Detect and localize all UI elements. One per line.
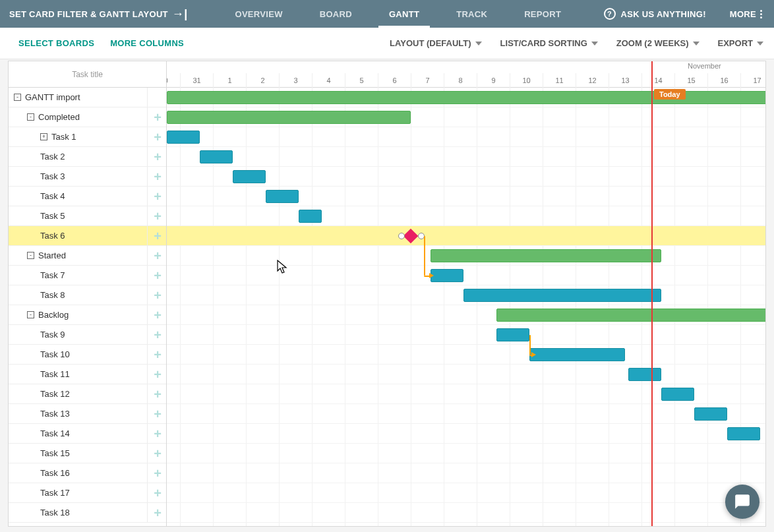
expand-icon[interactable]: +	[40, 133, 47, 140]
gantt-bar[interactable]	[200, 150, 233, 163]
gantt-bar[interactable]	[529, 348, 625, 361]
add-task-icon[interactable]: +	[152, 270, 164, 281]
chart-row	[167, 503, 765, 523]
task-row[interactable]: Task 8+	[9, 285, 166, 305]
task-label: Task 1	[51, 132, 76, 142]
add-task-icon[interactable]: +	[152, 487, 164, 499]
gantt-bar[interactable]	[431, 249, 661, 262]
zoom-dropdown[interactable]: ZOOM (2 WEEKS)	[616, 38, 700, 48]
add-task-icon[interactable]: +	[152, 230, 164, 242]
task-row[interactable]: Task 4+	[9, 187, 166, 206]
add-task-icon[interactable]: +	[152, 329, 164, 341]
export-dropdown[interactable]: EXPORT	[718, 38, 763, 48]
add-task-icon[interactable]: +	[152, 250, 164, 262]
tab-overview[interactable]: OVERVIEW	[216, 0, 301, 28]
add-task-icon[interactable]: +	[152, 369, 164, 380]
gantt-bar[interactable]	[167, 131, 200, 144]
task-row[interactable]: Task 15+	[9, 444, 166, 463]
add-task-icon[interactable]: +	[152, 289, 164, 301]
tab-board[interactable]: BOARD	[301, 0, 371, 28]
add-task-icon[interactable]: +	[152, 428, 164, 440]
gantt-bar[interactable]	[233, 170, 266, 183]
task-row[interactable]: Task 17+	[9, 483, 166, 503]
add-task-icon[interactable]: +	[152, 171, 164, 183]
task-row[interactable]: Task 9+	[9, 325, 166, 345]
task-row[interactable]: -GANTT import	[9, 88, 166, 107]
task-row[interactable]: Task 11+	[9, 365, 166, 384]
task-row[interactable]: Task 6+	[9, 226, 166, 246]
task-row[interactable]: Task 18+	[9, 503, 166, 523]
gantt-grid[interactable]: Today	[167, 88, 765, 526]
gantt-bar[interactable]	[496, 309, 765, 322]
tab-gantt[interactable]: GANTT	[371, 0, 438, 28]
gantt-bar[interactable]	[266, 190, 299, 203]
add-task-icon[interactable]: +	[152, 448, 164, 459]
add-task-icon[interactable]: +	[152, 191, 164, 202]
gantt-bar[interactable]	[628, 368, 661, 381]
add-task-icon[interactable]: +	[152, 467, 164, 479]
tab-report[interactable]: REPORT	[506, 0, 580, 28]
select-boards-button[interactable]: SELECT BOARDS	[11, 38, 102, 48]
task-row[interactable]: -Completed+	[9, 107, 166, 127]
collapse-icon[interactable]: -	[14, 94, 21, 101]
gantt-bar[interactable]	[167, 111, 411, 124]
chart-row	[167, 483, 765, 503]
task-row[interactable]: Task 2+	[9, 147, 166, 167]
task-row[interactable]: Task 12+	[9, 384, 166, 404]
add-task-icon[interactable]: +	[152, 111, 164, 123]
dependency-arrow-icon	[429, 273, 434, 278]
dependency-line	[529, 335, 531, 355]
gantt-bar[interactable]	[496, 328, 529, 341]
add-task-icon[interactable]: +	[152, 388, 164, 400]
more-columns-button[interactable]: MORE COLUMNS	[102, 38, 192, 48]
dependency-arrow-icon	[531, 352, 536, 357]
task-row[interactable]: Task 7+	[9, 266, 166, 285]
gantt-bar[interactable]	[727, 427, 760, 440]
add-task-icon[interactable]: +	[152, 507, 164, 519]
more-button[interactable]: MORE	[718, 9, 774, 19]
task-row[interactable]: -Backlog+	[9, 305, 166, 325]
month-label: November	[688, 62, 721, 70]
add-task-icon[interactable]: +	[152, 408, 164, 420]
add-task-icon[interactable]: +	[152, 131, 164, 143]
task-row[interactable]: Task 3+	[9, 167, 166, 187]
gantt-chart[interactable]: November 30311234567891011121314151617 T…	[167, 61, 765, 526]
add-task-icon[interactable]: +	[152, 309, 164, 321]
sorting-dropdown[interactable]: LIST/CARD SORTING	[500, 38, 598, 48]
tab-track[interactable]: TRACK	[438, 0, 506, 28]
gantt-bar[interactable]	[694, 407, 727, 421]
layout-dropdown[interactable]: LAYOUT (DEFAULT)	[390, 38, 482, 48]
set-filter-button[interactable]: SET CARD FILTER & GANTT LAYOUT →|	[0, 7, 196, 21]
task-label: Completed	[38, 112, 80, 122]
chart-row	[167, 404, 765, 424]
collapse-icon[interactable]: -	[27, 252, 34, 259]
chat-launcher-button[interactable]	[725, 485, 759, 519]
task-row[interactable]: Task 13+	[9, 404, 166, 424]
add-task-icon[interactable]: +	[152, 151, 164, 163]
gantt-bar[interactable]	[299, 210, 322, 223]
today-badge: Today	[654, 89, 686, 100]
task-label: Task 4	[40, 191, 65, 201]
side-header: Task title	[9, 61, 166, 88]
gantt-bar[interactable]	[463, 289, 661, 302]
task-label: Task 5	[40, 211, 65, 221]
add-task-icon[interactable]: +	[152, 210, 164, 222]
collapse-icon[interactable]: -	[27, 113, 34, 121]
task-row[interactable]: Task 5+	[9, 206, 166, 226]
task-row[interactable]: -Started+	[9, 246, 166, 266]
milestone-handle[interactable]	[398, 233, 405, 239]
task-row[interactable]: Task 16+	[9, 463, 166, 483]
ask-label: ASK US ANYTHING!	[621, 9, 706, 19]
chart-row	[167, 365, 765, 384]
gantt-bar[interactable]	[661, 388, 694, 401]
day-cell: 6	[378, 73, 411, 88]
task-row[interactable]: +Task 1+	[9, 127, 166, 147]
chart-row	[167, 226, 765, 246]
add-task-icon[interactable]: +	[152, 349, 164, 361]
collapse-icon[interactable]: -	[27, 311, 34, 318]
task-row[interactable]: Task 10+	[9, 345, 166, 365]
task-label: Task 6	[40, 231, 65, 241]
gantt-bar[interactable]	[431, 269, 463, 282]
task-row[interactable]: Task 14+	[9, 424, 166, 444]
ask-us-anything-button[interactable]: ? ASK US ANYTHING!	[592, 8, 718, 20]
